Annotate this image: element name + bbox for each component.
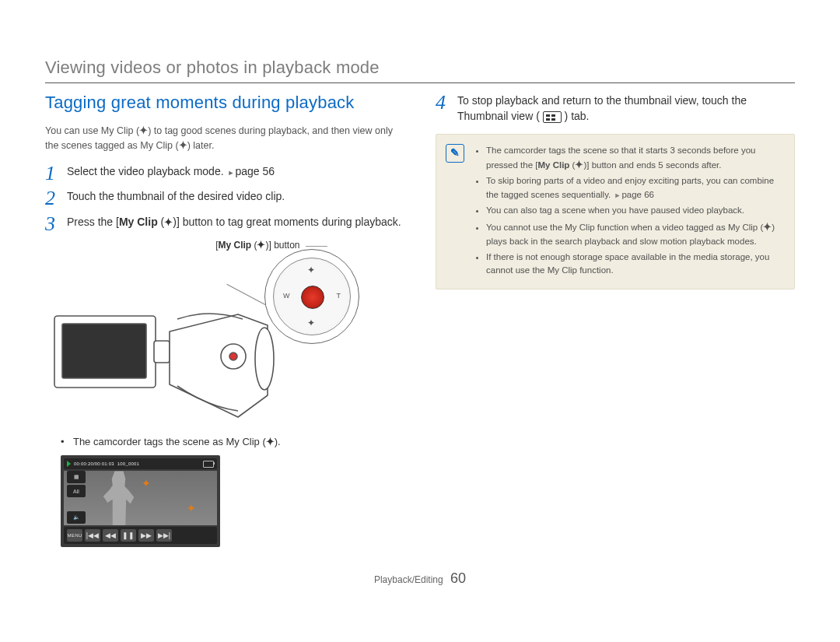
callout-bold: My Clip [218,240,251,251]
svg-rect-1 [62,324,146,378]
bullet-a: The camcorder tags the scene as My Clip … [73,436,266,447]
svg-rect-2 [154,341,170,363]
section-rule [45,82,795,83]
tip-4: You cannot use the My Clip function when… [486,219,782,248]
volume-badge: 🔈 [67,511,86,524]
step-1: Select the video playback mode. page 56 [45,163,404,179]
tip1-b: My Clip [537,160,569,170]
step-3: Press the [My Clip (✦)] button to tag gr… [45,214,404,230]
tip-2: To skip boring parts of a video and enjo… [486,174,782,202]
skip-prev-button[interactable]: |◀◀ [85,529,100,542]
dial-label-w: W [283,292,290,300]
diagram-callout: [My Clip (✦)] button [138,239,404,251]
page-ref-arrow [613,190,621,199]
play-icon [67,461,71,467]
myclip-icon: ✦ [266,436,275,447]
callout-post: )] button [265,240,299,251]
playback-screenshot: 00:00:20/00:01:03 100_0001 ▦ All 🔈 ✦ ✦ M… [61,455,220,547]
battery-icon [203,461,214,468]
callout-leader-line [306,246,327,247]
footer-page-number: 60 [450,570,466,586]
tip-1: The camcorder tags the scene so that it … [486,144,782,173]
sub-heading: Tagging great moments during playback [45,93,404,113]
camcorder-diagram: W T ✦ ✦ [45,254,364,433]
intro-paragraph: You can use My Clip (✦) to tag good scen… [45,124,404,153]
myclip-icon: ✦ [139,125,148,136]
myclip-icon: ✦ [179,139,187,151]
svg-point-5 [229,353,237,360]
step-4-b: ) tab. [565,110,590,122]
playback-filename: 100_0001 [117,461,139,466]
step-3-c: ( [158,216,165,228]
section-title: Viewing videos or photos in playback mod… [45,58,795,78]
step-1-text-a: Select the video playback mode. [67,165,226,177]
filter-all-badge: All [67,485,86,497]
page-footer: Playback/Editing 60 [45,570,795,587]
tip-3: You can also tag a scene when you have p… [486,204,782,217]
tip2-b: page 66 [621,190,654,199]
step-2: Touch the thumbnail of the desired video… [45,188,404,204]
myclip-icon: ✦ [763,221,772,233]
rewind-button[interactable]: ◀◀ [103,529,118,542]
record-button-icon [301,286,324,309]
dial-label-t: T [337,292,341,300]
tip1-d: )] button and ends 5 seconds after. [583,160,721,170]
myclip-icon: ✦ [307,317,315,328]
intro-text-c: ) later. [187,140,215,151]
tip-5: If there is not enough storage space ava… [486,251,782,278]
thumbnail-view-icon [543,111,562,123]
myclip-icon: ✦ [575,159,583,170]
step-4-a: To stop playback and return to the thumb… [457,94,747,122]
myclip-icon: ✦ [257,239,265,251]
tip-box: ✎ The camcorder tags the scene so that i… [436,134,795,290]
playback-timecode: 00:00:20/00:01:03 [74,461,114,466]
intro-text-a: You can use My Clip ( [45,125,139,136]
left-column: Tagging great moments during playback Yo… [45,93,404,547]
control-dial-zoom: W T ✦ ✦ [264,249,359,344]
right-column: To stop playback and return to the thumb… [436,93,795,547]
myclip-icon: ✦ [164,216,173,228]
step-3-d: )] button to tag great moments during pl… [173,216,401,228]
step-1-page-ref: page 56 [235,165,275,177]
tag-marker-icon: ✦ [187,502,196,514]
silhouette-figure [101,471,137,525]
step-3-a: Press the [ [67,216,119,228]
step-4: To stop playback and return to the thumb… [436,93,795,125]
myclip-icon: ✦ [307,265,315,275]
bullet-b: ). [275,436,281,447]
thumbnail-badge: ▦ [67,471,86,483]
page-ref-arrow [226,165,235,177]
camcorder-line-art [53,308,278,425]
menu-button[interactable]: MENU [67,529,82,542]
fast-forward-button[interactable]: ▶▶ [138,529,154,542]
svg-point-3 [255,328,274,390]
pause-button[interactable]: ❚❚ [121,529,136,542]
footer-chapter: Playback/Editing [374,574,443,585]
skip-next-button[interactable]: ▶▶| [156,529,172,542]
step3-bullet: The camcorder tags the scene as My Clip … [61,436,404,447]
step-3-myclip: My Clip [119,216,158,228]
tag-marker-icon: ✦ [142,477,151,489]
tip4-a: You cannot use the My Clip function when… [486,223,763,232]
note-icon: ✎ [446,144,464,163]
